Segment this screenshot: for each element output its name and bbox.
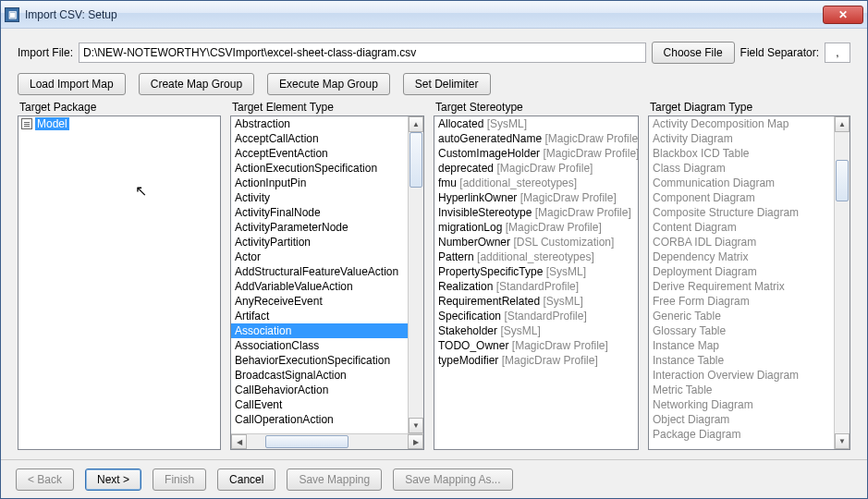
save-mapping-as-button[interactable]: Save Mapping As... bbox=[393, 469, 512, 491]
scroll-up-icon[interactable]: ▲ bbox=[409, 116, 423, 132]
diagram-type-item[interactable]: Blackbox ICD Table bbox=[649, 146, 834, 161]
stereotype-item[interactable]: CustomImageHolder [MagicDraw Profile] bbox=[434, 146, 638, 161]
element-type-item[interactable]: ActionInputPin bbox=[231, 176, 408, 190]
scroll-up-icon[interactable]: ▲ bbox=[835, 116, 850, 132]
stereotype-item[interactable]: NumberOwner [DSL Customization] bbox=[434, 235, 638, 250]
target-diagram-type-list[interactable]: Activity Decomposition MapActivity Diagr… bbox=[648, 116, 850, 450]
element-type-item[interactable]: AcceptEventAction bbox=[231, 146, 408, 161]
element-type-item[interactable]: ActionExecutionSpecification bbox=[231, 161, 408, 176]
diagram-type-item[interactable]: Instance Table bbox=[649, 353, 834, 368]
scroll-left-icon[interactable]: ◀ bbox=[231, 434, 247, 449]
stereotype-item[interactable]: deprecated [MagicDraw Profile] bbox=[434, 161, 638, 176]
diagram-type-item[interactable]: Networking Diagram bbox=[649, 397, 834, 412]
target-stereotype-header: Target Stereotype bbox=[434, 101, 639, 114]
choose-file-button[interactable]: Choose File bbox=[652, 42, 735, 64]
element-type-item[interactable]: ActivityFinalNode bbox=[231, 205, 408, 220]
diagram-type-item[interactable]: Activity Diagram bbox=[649, 131, 834, 146]
element-type-item[interactable]: Abstraction bbox=[231, 116, 408, 131]
field-separator-label: Field Separator: bbox=[740, 46, 819, 59]
create-map-group-button[interactable]: Create Map Group bbox=[139, 73, 254, 95]
target-package-tree[interactable]: Model ↖ bbox=[18, 116, 221, 450]
target-stereotype-list[interactable]: Allocated [SysML]autoGeneratedName [Magi… bbox=[434, 116, 639, 450]
element-type-item[interactable]: AnyReceiveEvent bbox=[231, 294, 408, 309]
target-element-type-header: Target Element Type bbox=[230, 101, 424, 114]
execute-map-group-button[interactable]: Execute Map Group bbox=[267, 73, 390, 95]
element-type-item[interactable]: AddStructuralFeatureValueAction bbox=[231, 264, 408, 279]
element-type-item[interactable]: Activity bbox=[231, 190, 408, 205]
back-button[interactable]: < Back bbox=[16, 469, 74, 491]
element-type-item[interactable]: ActivityParameterNode bbox=[231, 220, 408, 235]
diagram-type-item[interactable]: Instance Map bbox=[649, 338, 834, 353]
element-type-item[interactable]: AssociationClass bbox=[231, 338, 408, 353]
diagram-type-item[interactable]: Glossary Table bbox=[649, 323, 834, 338]
stereotype-item[interactable]: HyperlinkOwner [MagicDraw Profile] bbox=[434, 190, 638, 205]
stereotype-item[interactable]: RequirementRelated [SysML] bbox=[434, 294, 638, 309]
stereotype-item[interactable]: migrationLog [MagicDraw Profile] bbox=[434, 220, 638, 235]
stereotype-item[interactable]: TODO_Owner [MagicDraw Profile] bbox=[434, 338, 638, 353]
package-icon bbox=[21, 118, 32, 129]
diagram-type-item[interactable]: Class Diagram bbox=[649, 161, 834, 176]
diagram-type-item[interactable]: Object Diagram bbox=[649, 412, 834, 427]
stereotype-item[interactable]: InvisibleStereotype [MagicDraw Profile] bbox=[434, 205, 638, 220]
diagram-type-item[interactable]: Metric Table bbox=[649, 383, 834, 397]
stereotype-item[interactable]: Pattern [additional_stereotypes] bbox=[434, 250, 638, 264]
element-type-item[interactable]: Actor bbox=[231, 250, 408, 264]
scroll-right-icon[interactable]: ▶ bbox=[408, 434, 423, 449]
element-type-item[interactable]: BroadcastSignalAction bbox=[231, 368, 408, 383]
load-import-map-button[interactable]: Load Import Map bbox=[18, 73, 126, 95]
diagram-type-item[interactable]: Dependency Matrix bbox=[649, 250, 834, 264]
cursor-icon: ↖ bbox=[135, 182, 147, 200]
close-button[interactable]: ✕ bbox=[823, 6, 863, 24]
element-type-item[interactable]: CallBehaviorAction bbox=[231, 383, 408, 397]
diagram-type-item[interactable]: Derive Requirement Matrix bbox=[649, 279, 834, 294]
import-file-input[interactable] bbox=[79, 43, 646, 63]
diagram-type-scrollbar[interactable]: ▲ ▼ bbox=[834, 116, 850, 449]
stereotype-item[interactable]: Realization [StandardProfile] bbox=[434, 279, 638, 294]
element-type-item[interactable]: CallOperationAction bbox=[231, 412, 408, 427]
diagram-type-item[interactable]: Package Diagram bbox=[649, 427, 834, 442]
stereotype-item[interactable]: Allocated [SysML] bbox=[434, 116, 638, 131]
element-type-item[interactable]: Association bbox=[231, 323, 408, 338]
stereotype-item[interactable]: autoGeneratedName [MagicDraw Profile] bbox=[434, 131, 638, 146]
import-file-label: Import File: bbox=[18, 46, 73, 59]
target-element-type-list[interactable]: AbstractionAcceptCallActionAcceptEventAc… bbox=[230, 116, 424, 450]
save-mapping-button[interactable]: Save Mapping bbox=[287, 469, 382, 491]
app-icon: ▣ bbox=[5, 7, 19, 22]
diagram-type-item[interactable]: CORBA IDL Diagram bbox=[649, 235, 834, 250]
diagram-type-item[interactable]: Communication Diagram bbox=[649, 176, 834, 190]
next-button[interactable]: Next > bbox=[85, 469, 141, 491]
field-separator-input[interactable]: , bbox=[825, 43, 850, 63]
stereotype-item[interactable]: Stakeholder [SysML] bbox=[434, 323, 638, 338]
diagram-type-item[interactable]: Generic Table bbox=[649, 309, 834, 323]
cancel-button[interactable]: Cancel bbox=[217, 469, 275, 491]
target-package-header: Target Package bbox=[18, 101, 221, 114]
target-diagram-type-header: Target Diagram Type bbox=[648, 101, 850, 114]
finish-button[interactable]: Finish bbox=[153, 469, 206, 491]
element-type-item[interactable]: AddVariableValueAction bbox=[231, 279, 408, 294]
stereotype-item[interactable]: fmu [additional_stereotypes] bbox=[434, 176, 638, 190]
scroll-down-icon[interactable]: ▼ bbox=[835, 433, 850, 449]
diagram-type-item[interactable]: Free Form Diagram bbox=[649, 294, 834, 309]
diagram-type-item[interactable]: Content Diagram bbox=[649, 220, 834, 235]
element-type-item[interactable]: Artifact bbox=[231, 309, 408, 323]
diagram-type-item[interactable]: Deployment Diagram bbox=[649, 264, 834, 279]
element-type-item[interactable]: AcceptCallAction bbox=[231, 131, 408, 146]
element-type-item[interactable]: ActivityPartition bbox=[231, 235, 408, 250]
set-delimiter-button[interactable]: Set Delimiter bbox=[403, 73, 491, 95]
stereotype-item[interactable]: Specification [StandardProfile] bbox=[434, 309, 638, 323]
stereotype-item[interactable]: typeModifier [MagicDraw Profile] bbox=[434, 353, 638, 368]
tree-root-item[interactable]: Model bbox=[18, 116, 220, 131]
diagram-type-item[interactable]: Activity Decomposition Map bbox=[649, 116, 834, 131]
diagram-type-item[interactable]: Interaction Overview Diagram bbox=[649, 368, 834, 383]
titlebar[interactable]: ▣ Import CSV: Setup ✕ bbox=[1, 1, 867, 29]
tree-root-label: Model bbox=[35, 117, 69, 130]
stereotype-item[interactable]: PropertySpecificType [SysML] bbox=[434, 264, 638, 279]
wizard-footer: < Back Next > Finish Cancel Save Mapping… bbox=[1, 459, 867, 498]
element-type-item[interactable]: CallEvent bbox=[231, 397, 408, 412]
element-type-item[interactable]: BehaviorExecutionSpecification bbox=[231, 353, 408, 368]
element-type-scrollbar[interactable]: ▲ ▼ bbox=[408, 116, 423, 433]
diagram-type-item[interactable]: Composite Structure Diagram bbox=[649, 205, 834, 220]
diagram-type-item[interactable]: Component Diagram bbox=[649, 190, 834, 205]
scroll-down-icon[interactable]: ▼ bbox=[409, 418, 423, 433]
element-type-hscrollbar[interactable]: ◀ ▶ bbox=[231, 433, 423, 449]
